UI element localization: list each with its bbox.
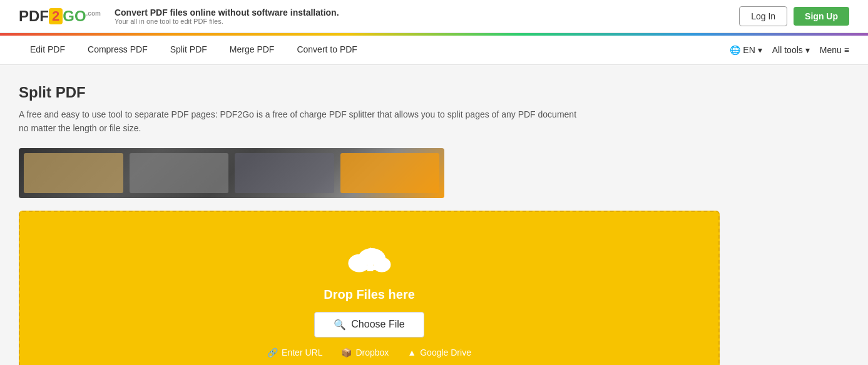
logo-go-text: GO (63, 8, 86, 25)
dropbox-icon: 📦 (341, 348, 352, 358)
link-icon: 🔗 (267, 348, 278, 358)
chevron-down-icon: ▾ (758, 45, 762, 55)
drop-files-text: Drop Files here (324, 288, 415, 302)
all-tools-chevron-icon: ▾ (805, 45, 810, 55)
enter-url-link[interactable]: 🔗 Enter URL (267, 348, 322, 358)
login-button[interactable]: Log In (739, 6, 787, 26)
dropbox-label: Dropbox (355, 348, 389, 358)
page-title: Split PDF (19, 84, 849, 101)
banner-block-1 (24, 153, 123, 193)
page-description: A free and easy to use tool to separate … (19, 108, 582, 136)
main-nav: Edit PDF Compress PDF Split PDF Merge PD… (0, 36, 868, 65)
language-selector[interactable]: 🌐 EN ▾ (730, 45, 762, 55)
banner-inner (19, 148, 444, 198)
banner-block-2 (130, 153, 229, 193)
nav-split-pdf[interactable]: Split PDF (159, 36, 218, 64)
menu-label: Menu (820, 45, 842, 55)
language-label: EN (743, 45, 755, 55)
tagline: Convert PDF files online without softwar… (115, 8, 339, 25)
all-tools-button[interactable]: All tools ▾ (772, 45, 810, 55)
all-tools-label: All tools (772, 45, 803, 55)
nav-convert-pdf[interactable]: Convert to PDF (285, 36, 368, 64)
banner-block-3 (235, 153, 334, 193)
main-content: Split PDF A free and easy to use tool to… (0, 65, 868, 365)
nav-compress-pdf[interactable]: Compress PDF (76, 36, 159, 64)
logo-pdf-text: PDF (19, 8, 49, 25)
banner-image (19, 148, 444, 198)
choose-file-button[interactable]: 🔍 Choose File (314, 312, 424, 338)
menu-button[interactable]: Menu ≡ (820, 45, 849, 55)
nav-edit-pdf[interactable]: Edit PDF (19, 36, 76, 64)
nav-right: 🌐 EN ▾ All tools ▾ Menu ≡ (730, 45, 849, 55)
nav-merge-pdf[interactable]: Merge PDF (218, 36, 286, 64)
google-drive-label: Google Drive (420, 348, 471, 358)
logo: PDF 2 GO .com (19, 8, 101, 25)
search-icon: 🔍 (334, 319, 346, 331)
tagline-sub: Your all in one tool to edit PDF files. (115, 18, 339, 25)
upload-links: 🔗 Enter URL 📦 Dropbox ▲ Google Drive (267, 348, 471, 358)
logo-area: PDF 2 GO .com Convert PDF files online w… (19, 8, 339, 25)
google-drive-link[interactable]: ▲ Google Drive (407, 348, 471, 358)
header-buttons: Log In Sign Up (739, 6, 849, 26)
logo-com-text: .com (86, 10, 101, 17)
banner-block-4 (340, 153, 440, 193)
tagline-main: Convert PDF files online without softwar… (115, 8, 339, 18)
hamburger-icon: ≡ (844, 45, 849, 55)
choose-file-label: Choose File (351, 319, 404, 330)
drive-icon: ▲ (407, 348, 416, 358)
logo-box: 2 (49, 8, 63, 24)
header: PDF 2 GO .com Convert PDF files online w… (0, 0, 868, 33)
enter-url-label: Enter URL (282, 348, 322, 358)
signup-button[interactable]: Sign Up (794, 7, 849, 26)
nav-links: Edit PDF Compress PDF Split PDF Merge PD… (19, 36, 369, 64)
globe-icon: 🌐 (730, 45, 740, 55)
logo-two: 2 (52, 8, 59, 24)
cloud-upload-icon (344, 237, 394, 278)
upload-area[interactable]: Drop Files here 🔍 Choose File 🔗 Enter UR… (19, 211, 720, 365)
dropbox-link[interactable]: 📦 Dropbox (341, 348, 389, 358)
